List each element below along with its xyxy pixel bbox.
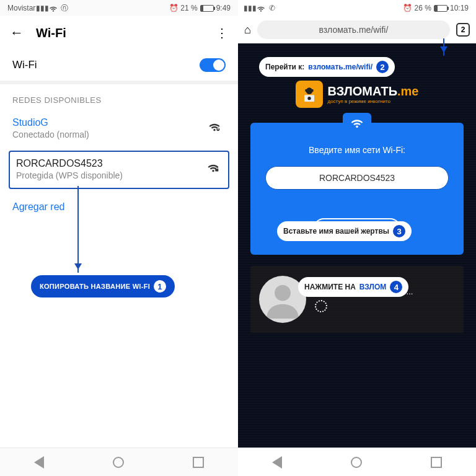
carrier-label: Movistar [7,4,35,12]
network-item-studiog[interactable]: StudioG Conectado (normal) [0,111,238,148]
browser-toolbar: ⌂ взломать.me/wifi/ 2 [238,16,476,43]
alarm-icon: ⏰ [169,4,178,12]
page-content: ВЗЛОМАТЬ.me доступ в режиме инкогнито Вв… [238,43,476,447]
network-name: StudioG [12,117,226,128]
nav-home-icon[interactable] [351,457,362,468]
annotation-text: КОПИРОВАТЬ НАЗВАНИЕ WI-FI [40,283,150,290]
network-status: Protegida (WPS disponible) [16,170,222,180]
nav-recent-icon[interactable] [431,457,442,468]
wifi-toggle-row[interactable]: Wi-Fi [0,50,238,81]
battery-pct: 21 % [180,4,197,12]
annotation-step-number: 3 [393,225,405,237]
back-icon[interactable]: ← [10,25,24,41]
wifi-toggle-switch[interactable] [200,58,226,72]
svg-rect-2 [215,169,218,171]
annotation-arrow [443,38,444,56]
wifi-tab-icon [343,113,371,131]
form-prompt: Введите имя сети Wi-Fi: [263,145,451,155]
annotation-pill-1: КОПИРОВАТЬ НАЗВАНИЕ WI-FI 1 [31,275,175,298]
annotation-pill-4: НАЖМИТЕ НА ВЗЛОМ 4 [298,277,408,297]
header: ← Wi-Fi ⋮ [0,16,238,50]
svg-rect-1 [218,128,219,130]
svg-point-7 [275,285,291,301]
svg-rect-4 [305,89,313,92]
page-title: Wi-Fi [36,26,66,40]
wifi-name-input[interactable]: RORCARDOS4523 [265,166,449,190]
annotation-pill-2: Перейти к: взломать.me/wifi/ 2 [259,57,395,77]
home-icon[interactable]: ⌂ [244,24,251,37]
url-bar[interactable]: взломать.me/wifi/ [257,20,450,39]
annotation-step-number: 1 [154,280,166,293]
annotation-step-number: 2 [376,61,389,73]
phone-left-wifi-settings: Movistar ▮▮▮ ⓝ ⏰ 21 % 9:49 ← Wi-Fi ⋮ Wi-… [0,0,238,476]
annotation-arrow [77,186,79,273]
section-available-networks: REDES DISPONIBLES [0,84,238,111]
brand-text: ВЗЛОМАТЬ.me доступ в режиме инкогнито [328,84,419,104]
signal-icon: ▮▮▮ [245,4,254,12]
spinner-icon [315,300,327,312]
clock: 10:19 [450,4,469,12]
site-logo: ВЗЛОМАТЬ.me доступ в режиме инкогнито [238,81,476,108]
wifi-toggle-label: Wi-Fi [12,59,37,71]
tabs-button[interactable]: 2 [456,23,470,37]
clock: 9:49 [216,4,231,12]
hacker-icon [296,81,323,108]
wifi-signal-icon [208,120,221,135]
nav-back-icon[interactable] [272,456,282,469]
wifi-status-icon [257,4,265,12]
android-navbar [0,447,238,476]
battery-icon [434,5,447,12]
wifi-signal-lock-icon [207,161,219,176]
annotation-pill-3: Вставьте имя вашей жертвы 3 [277,221,412,241]
nav-back-icon[interactable] [34,456,44,469]
whatsapp-icon: ✆ [268,4,276,12]
network-name: RORCARDOS4523 [16,158,222,169]
signal-icon: ▮▮▮ [38,4,46,12]
nfc-icon: ⓝ [60,4,69,12]
network-item-rorcardos-highlighted[interactable]: RORCARDOS4523 Protegida (WPS disponible) [9,151,229,189]
phone-right-browser: ▮▮▮ ✆ ⏰ 26 % 10:19 ⌂ взломать.me/wifi/ 2… [238,0,476,476]
network-status: Conectado (normal) [12,130,226,139]
android-navbar [238,447,476,476]
alarm-icon: ⏰ [403,4,412,12]
battery-pct: 26 % [415,4,431,12]
wifi-status-icon [49,4,58,12]
waiting-panel: Ожидание информации ... [250,266,464,333]
status-bar: ▮▮▮ ✆ ⏰ 26 % 10:19 [238,0,476,16]
annotation-step-number: 4 [390,281,402,293]
nav-home-icon[interactable] [113,457,124,468]
status-bar: Movistar ▮▮▮ ⓝ ⏰ 21 % 9:49 [0,0,238,16]
add-network-link[interactable]: Agregar red [0,192,238,223]
svg-point-6 [307,97,311,100]
nav-recent-icon[interactable] [193,457,204,468]
battery-icon [200,5,214,12]
